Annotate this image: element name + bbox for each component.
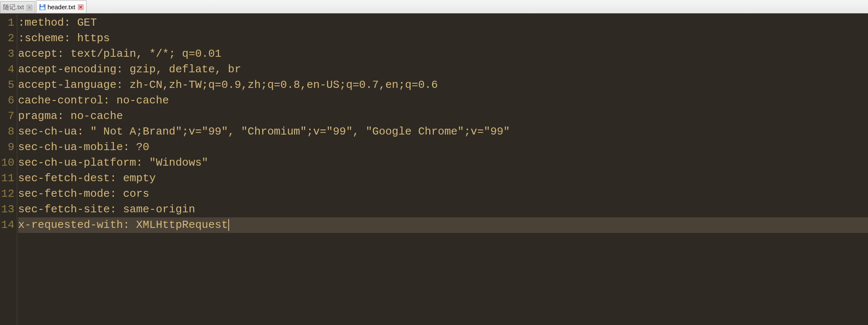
line-number: 4 bbox=[0, 62, 14, 77]
line-number: 13 bbox=[0, 202, 14, 217]
code-line[interactable]: cache-control: no-cache bbox=[18, 93, 868, 108]
code-line[interactable]: accept-language: zh-CN,zh-TW;q=0.9,zh;q=… bbox=[18, 77, 868, 93]
save-icon bbox=[39, 4, 46, 11]
code-line[interactable]: sec-ch-ua-mobile: ?0 bbox=[18, 140, 868, 155]
code-editor[interactable]: 1234567891011121314 :method: GET:scheme:… bbox=[0, 13, 868, 325]
code-content[interactable]: :method: GET:scheme: httpsaccept: text/p… bbox=[17, 13, 868, 325]
tab-notes[interactable]: 随记.txt bbox=[0, 1, 35, 13]
svg-rect-3 bbox=[43, 5, 44, 6]
line-number: 1 bbox=[0, 15, 14, 31]
line-number-gutter: 1234567891011121314 bbox=[0, 13, 17, 325]
tab-header[interactable]: header.txt bbox=[36, 0, 87, 13]
line-number: 6 bbox=[0, 93, 14, 108]
code-line[interactable]: accept-encoding: gzip, deflate, br bbox=[18, 62, 868, 77]
code-line[interactable]: sec-fetch-site: same-origin bbox=[18, 202, 868, 217]
line-number: 14 bbox=[0, 217, 14, 233]
code-line[interactable]: :scheme: https bbox=[18, 31, 868, 46]
tab-bar: 随记.txt header.txt bbox=[0, 0, 868, 13]
line-number: 5 bbox=[0, 77, 14, 93]
code-line[interactable]: sec-fetch-mode: cors bbox=[18, 186, 868, 202]
code-line[interactable]: pragma: no-cache bbox=[18, 108, 868, 124]
close-icon[interactable] bbox=[26, 5, 32, 11]
tab-label: 随记.txt bbox=[3, 3, 24, 11]
text-cursor bbox=[228, 219, 229, 231]
line-number: 2 bbox=[0, 31, 14, 46]
line-number: 8 bbox=[0, 124, 14, 140]
line-number: 9 bbox=[0, 140, 14, 155]
line-number: 10 bbox=[0, 155, 14, 171]
tab-label: header.txt bbox=[47, 3, 75, 11]
code-line[interactable]: sec-fetch-dest: empty bbox=[18, 171, 868, 186]
code-line[interactable]: x-requested-with: XMLHttpRequest bbox=[18, 217, 868, 233]
line-number: 11 bbox=[0, 171, 14, 186]
close-icon[interactable] bbox=[78, 4, 84, 10]
code-line[interactable]: sec-ch-ua-platform: "Windows" bbox=[18, 155, 868, 171]
svg-rect-4 bbox=[40, 7, 45, 10]
line-number: 3 bbox=[0, 46, 14, 62]
code-line[interactable]: :method: GET bbox=[18, 15, 868, 31]
code-line[interactable]: accept: text/plain, */*; q=0.01 bbox=[18, 46, 868, 62]
line-number: 12 bbox=[0, 186, 14, 202]
code-line[interactable]: sec-ch-ua: " Not A;Brand";v="99", "Chrom… bbox=[18, 124, 868, 140]
line-number: 7 bbox=[0, 108, 14, 124]
